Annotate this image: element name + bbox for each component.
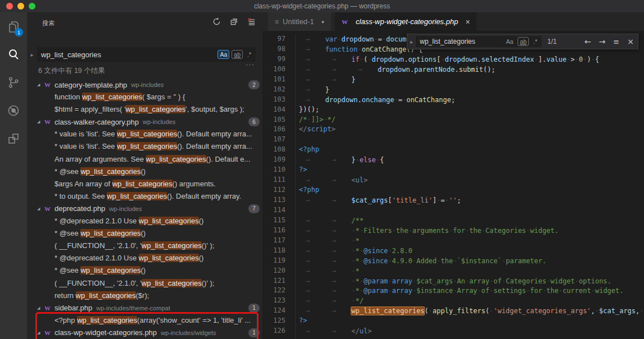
code-line[interactable]: </script> xyxy=(299,125,644,135)
twistie-icon[interactable]: ◢ xyxy=(37,120,44,124)
search-match-row[interactable]: An array of arguments. See wp_list_categ… xyxy=(27,153,262,166)
code-line[interactable]: ?> xyxy=(299,316,644,326)
code-line[interactable]: →→·*/ xyxy=(299,296,644,306)
editor[interactable]: 9798991001011021031041051061071081091101… xyxy=(262,31,644,339)
tab-whitespace-glyph: → xyxy=(299,276,321,286)
match-text: ( __FUNCTION__, '2.1.0', 'wp_list_catego… xyxy=(55,279,214,287)
tab-whitespace-glyph: → xyxy=(299,266,321,276)
code-line[interactable]: →→·*·@since·2.8.0 xyxy=(299,246,644,256)
clear-search-results-icon[interactable] xyxy=(247,17,256,28)
zoom-window-button[interactable] xyxy=(29,3,35,10)
search-match-row[interactable]: * value is 'list'. See wp_list_categorie… xyxy=(27,128,262,140)
close-window-button[interactable] xyxy=(6,3,13,10)
code-line[interactable]: →→·*·@param·array·$cat_args·An·array·of·… xyxy=(299,276,644,286)
search-match-row[interactable]: $html = apply_filters( 'wp_list_categori… xyxy=(27,103,262,116)
code-line[interactable]: →→·*·Filters·the·arguments·for·the·Categ… xyxy=(299,226,644,236)
tab-whitespace-glyph: → xyxy=(299,326,321,336)
search-match-row[interactable]: * value is 'list'. See wp_list_categorie… xyxy=(27,140,262,153)
search-match-row[interactable]: * @see wp_list_categories() xyxy=(27,227,262,240)
code-line[interactable]: →dropdown.onchange·=·onCatChange; xyxy=(299,95,644,105)
search-match-row[interactable]: ( __FUNCTION__, '2.1.0', 'wp_list_catego… xyxy=(27,277,262,290)
search-file-header[interactable]: ◢Wsidebar.phpwp-includes/theme-compat1 xyxy=(27,302,262,314)
code-line[interactable]: →→wp_list_categories(·apply_filters(·'wi… xyxy=(299,306,644,316)
match-case-toggle[interactable]: Aa xyxy=(504,37,515,46)
code-line[interactable]: →→/** xyxy=(299,216,644,226)
code-line[interactable]: })(); xyxy=(299,105,644,115)
match-case-toggle[interactable]: Aa xyxy=(217,50,229,59)
search-match-row[interactable]: return wp_list_categories($r); xyxy=(27,290,262,302)
code-line[interactable]: →→→dropdown.parentNode.submit(); xyxy=(299,65,644,75)
match-prefix: ( __FUNCTION__, '2.1.0', ' xyxy=(55,279,142,287)
search-match-row[interactable]: * to output. See wp_list_categories(). D… xyxy=(27,190,262,203)
code-line[interactable]: /*·]]>·*/ xyxy=(299,115,644,125)
match-suffix: (array('show_count' => 1, 'title_li' ... xyxy=(137,316,251,324)
close-tab-icon[interactable]: × xyxy=(465,17,470,26)
search-match-row[interactable]: * @deprecated 2.1.0 Use wp_list_categori… xyxy=(27,252,262,264)
twistie-icon[interactable]: ◢ xyxy=(37,207,44,211)
regex-toggle[interactable]: .* xyxy=(531,37,539,46)
code-line[interactable]: →→</ul> xyxy=(299,326,644,336)
search-file-header[interactable]: ◢Wclass-wp-widget-categories.phpwp-inclu… xyxy=(27,327,262,339)
code-line[interactable]: →→·*·@param·array·$instance·Array·of·set… xyxy=(299,286,644,296)
search-match-row[interactable]: * @deprecated 2.1.0 Use wp_list_categori… xyxy=(27,215,262,227)
tab-class-wp-widget-categories[interactable]: W class-wp-widget-categories.php × xyxy=(335,12,477,31)
regex-toggle[interactable]: .* xyxy=(245,50,253,59)
debug-icon[interactable] xyxy=(0,97,27,125)
search-match-row[interactable]: ( __FUNCTION__, '2.1.0', 'wp_list_catego… xyxy=(27,240,262,252)
search-match-row[interactable]: $args An array of wp_list_categories() a… xyxy=(27,178,262,190)
line-number: 109 xyxy=(262,155,295,165)
search-file-header[interactable]: ◢Wclass-walker-category.phpwp-includes6 xyxy=(27,116,262,128)
twistie-icon[interactable]: ◢ xyxy=(37,331,44,335)
search-match-row[interactable]: * @see wp_list_categories() xyxy=(27,166,262,178)
search-file-header[interactable]: ◢Wdeprecated.phpwp-includes7 xyxy=(27,203,262,215)
find-query[interactable]: wp_list_categories xyxy=(420,38,504,45)
code-line[interactable]: →→} xyxy=(299,75,644,85)
tab-untitled-1[interactable]: ≡ Untitled-1 ● xyxy=(268,12,331,31)
code-line[interactable]: →→$cat_args['title_li']·=·''; xyxy=(299,195,644,205)
search-match-row[interactable]: function wp_list_categories( $args = '' … xyxy=(27,91,262,103)
search-query[interactable]: wp_list_categories xyxy=(41,51,217,59)
find-in-selection-icon[interactable]: ≡ xyxy=(613,38,619,46)
previous-match-icon[interactable]: ← xyxy=(584,37,591,46)
gutter: 9798991001011021031041051061071081091101… xyxy=(262,34,295,336)
search-match-row[interactable]: * @see wp_list_categories() xyxy=(27,264,262,277)
code-line[interactable] xyxy=(299,135,644,145)
space-whitespace-glyph: · xyxy=(546,277,550,285)
close-find-widget-icon[interactable]: × xyxy=(627,37,634,46)
code-line[interactable]: →→·* xyxy=(299,236,644,246)
twistie-icon[interactable]: ◢ xyxy=(37,83,44,87)
match-prefix: * to output. See xyxy=(55,192,107,200)
find-input[interactable]: wp_list_categories Aa ab .* xyxy=(416,36,542,47)
code-line[interactable]: →→<ul> xyxy=(299,175,644,185)
toggle-replace-chevron-icon[interactable]: ▸ xyxy=(27,52,37,58)
code-line[interactable]: →→}·else·{ xyxy=(299,155,644,165)
collapse-all-icon[interactable] xyxy=(230,17,238,28)
match-suffix: (). Default empty arra... xyxy=(177,142,252,150)
code-line[interactable]: →→·*·@since·4.9.0·Added·the·`$instance`·… xyxy=(299,256,644,266)
match-text: An array of arguments. See wp_list_categ… xyxy=(55,155,250,163)
space-whitespace-glyph: · xyxy=(357,45,361,53)
code-line[interactable]: →→if·(·dropdown.options[·dropdown.select… xyxy=(299,54,644,65)
code-line[interactable]: →→·* xyxy=(299,266,644,276)
twistie-icon[interactable]: ◢ xyxy=(37,306,44,310)
whole-word-toggle[interactable]: ab xyxy=(232,50,243,59)
search-match-row[interactable]: <?php wp_list_categories(array('show_cou… xyxy=(27,314,262,327)
search-input[interactable]: wp_list_categories Aa ab .* xyxy=(37,47,256,62)
toggle-replace-chevron-icon[interactable]: ▸ xyxy=(407,39,416,45)
refresh-icon[interactable] xyxy=(212,17,221,28)
next-match-icon[interactable]: → xyxy=(599,37,606,46)
whole-word-toggle[interactable]: ab xyxy=(518,37,529,46)
code-line[interactable]: <?php xyxy=(299,145,644,155)
search-panel-header: 搜索 xyxy=(27,12,262,34)
code-line[interactable]: →} xyxy=(299,85,644,95)
modified-dot-icon[interactable]: ● xyxy=(321,19,324,25)
code-line[interactable]: <?php xyxy=(299,185,644,195)
extensions-icon[interactable] xyxy=(0,125,27,153)
source-control-icon[interactable] xyxy=(0,68,27,97)
search-file-header[interactable]: ◢Wcategory-template.phpwp-includes2 xyxy=(27,79,262,91)
code-line[interactable] xyxy=(299,205,644,216)
search-icon[interactable] xyxy=(0,40,27,68)
minimize-window-button[interactable] xyxy=(17,3,24,10)
code-line[interactable]: ?> xyxy=(299,165,644,175)
explorer-icon[interactable]: 1 xyxy=(0,12,27,40)
